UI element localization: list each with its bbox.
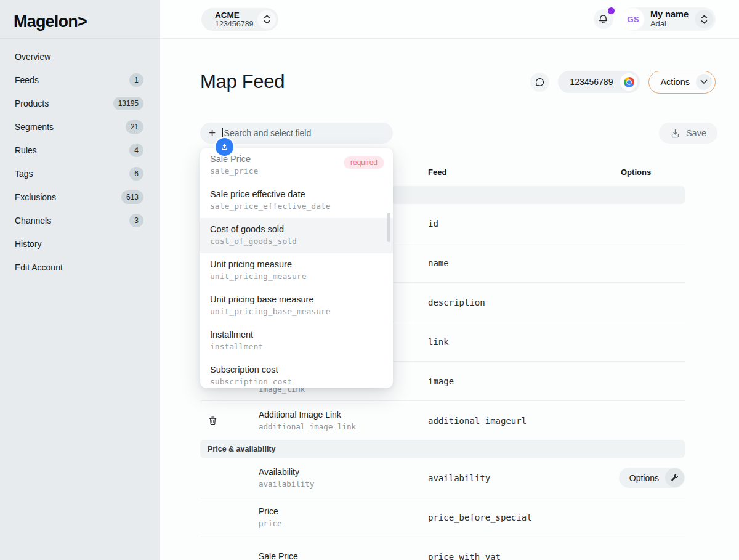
- field-label: Price: [259, 506, 428, 518]
- actions-label: Actions: [660, 77, 690, 87]
- count-badge: 4: [129, 144, 143, 157]
- bell-icon: [597, 14, 609, 25]
- trash-icon: [208, 415, 218, 426]
- row-options-button[interactable]: Options: [619, 468, 685, 488]
- feed-value: additional_imageurl: [428, 416, 685, 426]
- dropdown-scrollbar[interactable]: [387, 213, 390, 242]
- feed-value: availability: [428, 473, 619, 483]
- column-header-options: Options: [621, 168, 651, 177]
- sidebar-item-segments[interactable]: Segments 21: [0, 115, 160, 139]
- dropdown-item-cost-of-goods-sold[interactable]: Cost of goods sold cost_of_goods_sold: [200, 218, 393, 253]
- count-badge: 13195: [113, 97, 143, 110]
- dropdown-item-installment[interactable]: Installment installment: [200, 323, 393, 359]
- sidebar-item-feeds[interactable]: Feeds 1: [0, 68, 160, 92]
- dropdown-item-code: installment: [210, 342, 383, 351]
- feed-value: price_with_vat: [428, 552, 685, 560]
- count-badge: 6: [129, 167, 143, 181]
- user-subname: Adai: [650, 20, 689, 29]
- save-button[interactable]: Save: [659, 123, 717, 144]
- sidebar-item-label: Exclusions: [15, 192, 56, 202]
- dropdown-item-title: Cost of goods sold: [210, 224, 383, 234]
- column-header-feed: Feed: [428, 168, 446, 177]
- chevron-down-icon: [696, 74, 712, 90]
- chevron-updown-icon: [695, 10, 713, 28]
- sidebar-item-tags[interactable]: Tags 6: [0, 162, 160, 185]
- dropdown-item-code: subscription_cost: [210, 377, 383, 386]
- sidebar-nav: Overview Feeds 1 Products 13195 Segments…: [0, 39, 160, 279]
- sidebar-item-history[interactable]: History: [0, 232, 160, 256]
- feed-value: price_before_special: [428, 513, 685, 522]
- dropdown-item-code: unit_pricing_measure: [210, 272, 383, 281]
- options-label: Options: [629, 473, 659, 483]
- brand-logo: Magelon>: [0, 0, 160, 38]
- field-label: Additional Image Link: [259, 409, 428, 421]
- field-code: price: [259, 518, 428, 529]
- dropdown-item-subscription-cost[interactable]: Subscription cost subscription_cost: [200, 359, 393, 388]
- top-header: ACME 123456789 GS My name Adai: [160, 0, 739, 39]
- sidebar-item-exclusions[interactable]: Exclusions 613: [0, 185, 160, 209]
- sidebar-item-label: Overview: [15, 52, 50, 62]
- dropdown-item-sale-price-effective-date[interactable]: Sale price effective date sale_price_eff…: [200, 183, 393, 218]
- feed-value: name: [428, 258, 685, 268]
- notifications-button[interactable]: [594, 9, 613, 29]
- sidebar-item-label: Tags: [15, 169, 33, 179]
- sidebar-item-label: Segments: [15, 122, 54, 132]
- dropdown-item-code: cost_of_goods_sold: [210, 237, 383, 246]
- user-menu[interactable]: GS My name Adai: [622, 7, 716, 31]
- field-dropdown: Sale Price sale_price required Sale pric…: [200, 148, 393, 388]
- required-badge: required: [344, 156, 384, 169]
- save-icon: [670, 128, 680, 139]
- user-name: My name: [650, 9, 689, 20]
- feed-value: image: [428, 376, 685, 386]
- sidebar-item-overview[interactable]: Overview: [0, 45, 160, 68]
- dropdown-item-title: Installment: [210, 330, 383, 339]
- sidebar-item-label: History: [15, 239, 42, 249]
- search-placeholder: Search and select field: [224, 128, 312, 138]
- dropdown-item-unit-pricing-measure[interactable]: Unit pricing measure unit_pricing_measur…: [200, 253, 393, 288]
- section-band-price: Price & availability: [200, 440, 685, 458]
- wrench-icon: [665, 468, 684, 487]
- sidebar-item-label: Edit Account: [15, 262, 63, 272]
- account-name: ACME: [215, 10, 254, 20]
- feed-id-pill[interactable]: 123456789: [558, 71, 640, 93]
- field-code: additional_image_link: [259, 421, 428, 432]
- delete-row-button[interactable]: [208, 415, 218, 426]
- feed-value: link: [428, 337, 685, 347]
- feed-value: description: [428, 298, 685, 307]
- actions-button[interactable]: Actions: [648, 71, 716, 94]
- chrome-icon: [620, 73, 637, 91]
- feed-value: id: [428, 219, 685, 229]
- dropdown-item-code: unit_pricing_base_measure: [210, 307, 383, 316]
- feedback-button[interactable]: [530, 73, 549, 92]
- chevron-updown-icon: [257, 10, 276, 29]
- account-id: 123456789: [215, 20, 254, 28]
- avatar: GS: [622, 8, 644, 30]
- dropdown-item-unit-pricing-base-measure[interactable]: Unit pricing base measure unit_pricing_b…: [200, 288, 393, 323]
- account-switcher[interactable]: ACME 123456789: [201, 8, 278, 31]
- dropdown-item-title: Sale price effective date: [210, 189, 383, 199]
- sidebar-item-label: Rules: [15, 145, 37, 155]
- upload-icon: [216, 138, 233, 156]
- sidebar-item-rules[interactable]: Rules 4: [0, 139, 160, 162]
- field-label: Availability: [259, 466, 428, 479]
- text-caret: [222, 128, 223, 139]
- sidebar: Magelon> Overview Feeds 1 Products 13195…: [0, 0, 160, 560]
- sidebar-item-label: Channels: [15, 216, 51, 225]
- save-label: Save: [686, 128, 706, 138]
- count-badge: 3: [129, 214, 143, 227]
- table-row: Additional Image Link additional_image_l…: [200, 401, 685, 440]
- table-row: Price price price_before_special: [200, 498, 685, 537]
- table-row: Sale Price price_with_vat: [200, 537, 685, 560]
- feed-id: 123456789: [570, 77, 613, 87]
- page-title: Map Feed: [200, 71, 285, 93]
- dropdown-item-title: Unit pricing base measure: [210, 294, 383, 304]
- sidebar-item-edit-account[interactable]: Edit Account: [0, 256, 160, 279]
- dropdown-item-title: Unit pricing measure: [210, 259, 383, 269]
- sidebar-item-channels[interactable]: Channels 3: [0, 209, 160, 232]
- dropdown-item-title: Subscription cost: [210, 365, 383, 375]
- sidebar-item-label: Products: [15, 99, 49, 108]
- sidebar-item-products[interactable]: Products 13195: [0, 92, 160, 115]
- chat-bubble-icon: [535, 77, 545, 87]
- table-row: Availability availability availability O…: [200, 458, 685, 498]
- count-badge: 613: [121, 190, 143, 204]
